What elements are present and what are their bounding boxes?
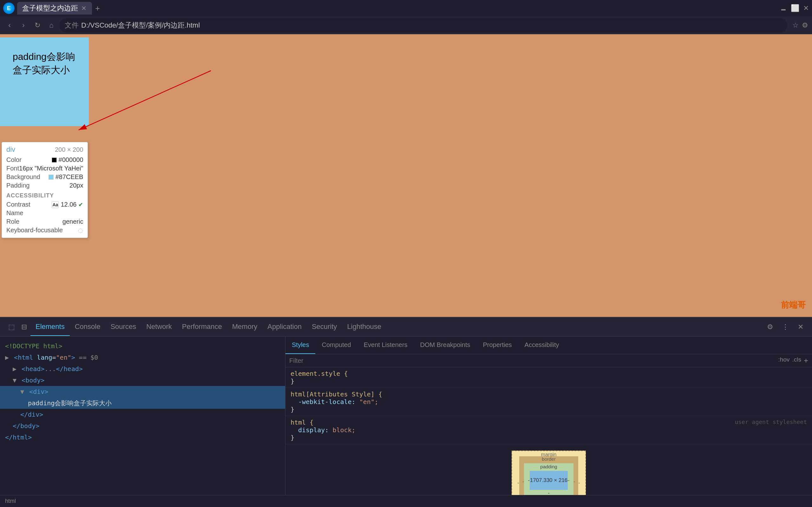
box-model-margin: margin - border - padding <box>512 451 586 495</box>
tab-close-button[interactable]: ✕ <box>81 5 87 11</box>
forward-button[interactable]: › <box>18 20 29 31</box>
dom-line-head[interactable]: ▶ <head>...</head> <box>0 363 285 375</box>
dom-line-div-text[interactable]: padding会影响盒子实际大小 <box>0 397 285 409</box>
styles-tab-dom-breakpoints[interactable]: DOM Breakpoints <box>414 337 477 354</box>
devtools-toolbar: ⬚ ⊟ Elements Console Sources Network Per… <box>0 318 812 337</box>
tooltip-font-label: Font <box>6 165 19 172</box>
padding-label: padding <box>540 464 557 469</box>
box-model-content: 1707.330 × 216 <box>530 471 568 490</box>
styles-body: :hov .cls + element.style { } html[Attri… <box>286 354 812 495</box>
address-scheme: 文件 <box>65 20 79 30</box>
bookmark-icon[interactable]: ☆ <box>792 21 799 30</box>
devtools-right-controls: ⚙ ⋮ ✕ <box>764 321 807 333</box>
tooltip-role-row: Role generic <box>6 217 83 226</box>
dom-line-div[interactable]: ▼ <div> <box>0 386 285 397</box>
styles-tab-styles[interactable]: Styles <box>286 337 315 354</box>
tab-elements[interactable]: Elements <box>31 318 70 336</box>
box-model-padding: padding - 1707.330 × 216 - <box>524 463 573 495</box>
tooltip-role-label: Role <box>6 218 19 225</box>
css-source: user agent stylesheet <box>734 418 807 425</box>
box-model-border: border - padding - 1 <box>519 456 578 495</box>
reload-button[interactable]: ↻ <box>32 20 43 31</box>
dom-line-html-close[interactable]: </html> <box>0 432 285 443</box>
nav-icons: ☆ ⚙ <box>792 21 808 30</box>
tab-performance[interactable]: Performance <box>177 318 227 336</box>
tooltip-padding-value: 20px <box>69 182 83 189</box>
styles-tab-event-listeners[interactable]: Event Listeners <box>357 337 414 354</box>
device-toolbar-button[interactable]: ⊟ <box>18 321 31 333</box>
tooltip-background-label: Background <box>6 173 40 181</box>
tab-memory[interactable]: Memory <box>227 318 262 336</box>
devtools-close-button[interactable]: ✕ <box>794 321 807 333</box>
tooltip-font-row: Font 16px "Microsoft YaHei" <box>6 164 83 173</box>
maximize-button[interactable]: ⬜ <box>791 4 799 12</box>
hover-filter[interactable]: :hov <box>778 356 790 365</box>
tab-label: 盒子模型之内边距 <box>22 3 78 13</box>
devtools-more-button[interactable]: ⋮ <box>779 321 792 333</box>
styles-tab-computed[interactable]: Computed <box>315 337 357 354</box>
filter-controls: :hov .cls + <box>778 356 808 365</box>
address-path: D:/VSCode/盒子模型/案例/内边距.html <box>81 20 200 30</box>
tooltip-color-row: Color #000000 <box>6 156 83 164</box>
cls-filter[interactable]: .cls <box>792 356 801 365</box>
background-color-swatch <box>49 175 54 180</box>
check-icon: ✔ <box>78 201 83 208</box>
titlebar-controls: 🗕 ⬜ ✕ <box>780 4 809 12</box>
add-rule-button[interactable]: + <box>804 356 808 365</box>
border-label: border <box>542 456 555 462</box>
color-swatch <box>52 158 57 163</box>
tooltip-size: 200 × 200 <box>55 146 84 153</box>
address-bar[interactable]: 文件 D:/VSCode/盒子模型/案例/内边距.html <box>60 18 787 33</box>
tooltip-keyboard-label: Keyboard-focusable <box>6 227 63 234</box>
dom-line-html[interactable]: ▶ <html lang="en"> == $0 <box>0 352 285 363</box>
page-content: padding会影响盒子实际大小 div 200 × 200 Color #00… <box>0 34 812 317</box>
tooltip-font-value: 16px "Microsoft YaHei" <box>19 165 83 172</box>
filter-input[interactable] <box>289 357 776 364</box>
tooltip-name-label: Name <box>6 210 23 217</box>
tab-application[interactable]: Application <box>262 318 307 336</box>
tooltip-background-row: Background #87CEEB <box>6 173 83 181</box>
minimize-button[interactable]: 🗕 <box>780 4 787 12</box>
tab-sources[interactable]: Sources <box>105 318 141 336</box>
tooltip-padding-label: Padding <box>6 182 30 189</box>
svg-line-1 <box>79 71 211 130</box>
dom-line-div-close[interactable]: </div> <box>0 409 285 420</box>
devtools-body: <!DOCTYPE html> ▶ <html lang="en"> == $0… <box>0 337 812 495</box>
styles-tab-properties[interactable]: Properties <box>476 337 518 354</box>
element-tooltip: div 200 × 200 Color #000000 Font 16px "M… <box>2 142 88 238</box>
tab-network[interactable]: Network <box>141 318 177 336</box>
dom-line-body-close[interactable]: </body> <box>0 420 285 432</box>
tab-security[interactable]: Security <box>307 318 342 336</box>
browser-logo: E <box>3 3 14 14</box>
settings-icon[interactable]: ⚙ <box>802 21 808 30</box>
styles-panel: Styles Computed Event Listeners DOM Brea… <box>286 337 812 495</box>
browser-tab-active[interactable]: 盒子模型之内边距 ✕ <box>17 2 92 14</box>
tooltip-padding-row: Padding 20px <box>6 181 83 190</box>
browser-frame: E 盒子模型之内边距 ✕ + 🗕 ⬜ ✕ ‹ › ↻ ⌂ 文件 D:/VSCod… <box>0 0 812 507</box>
tooltip-contrast-value: Aa 12.06 ✔ <box>52 201 83 208</box>
tooltip-contrast-label: Contrast <box>6 201 31 208</box>
tooltip-name-row: Name <box>6 209 83 217</box>
close-button[interactable]: ✕ <box>803 4 809 12</box>
css-rule-html-attributes: html[Attributes Style] { -webkit-locale:… <box>286 388 812 416</box>
styles-tab-accessibility[interactable]: Accessibility <box>518 337 565 354</box>
tab-lighthouse[interactable]: Lighthouse <box>342 318 386 336</box>
inspect-element-button[interactable]: ⬚ <box>5 321 18 333</box>
content-dimensions: 1707.330 × 216 <box>530 477 568 484</box>
title-bar: E 盒子模型之内边距 ✕ + 🗕 ⬜ ✕ <box>0 0 812 16</box>
new-tab-button[interactable]: + <box>92 3 103 13</box>
tooltip-background-value: #87CEEB <box>49 173 84 181</box>
dom-line-doctype[interactable]: <!DOCTYPE html> <box>0 340 285 352</box>
tooltip-color-label: Color <box>6 156 21 164</box>
circle-icon: ◌ <box>78 227 83 234</box>
dom-line-body[interactable]: ▼ <body> <box>0 375 285 386</box>
tab-bar: 盒子模型之内边距 ✕ + <box>17 0 103 16</box>
css-rule-html: html { user agent stylesheet display: bl… <box>286 416 812 444</box>
back-button[interactable]: ‹ <box>4 20 15 31</box>
box-model-container: margin - border - padding <box>286 444 812 495</box>
contrast-icon: Aa <box>52 201 59 208</box>
tab-console[interactable]: Console <box>70 318 106 336</box>
nav-bar: ‹ › ↻ ⌂ 文件 D:/VSCode/盒子模型/案例/内边距.html ☆ … <box>0 16 812 34</box>
devtools-settings-button[interactable]: ⚙ <box>764 321 776 333</box>
home-button[interactable]: ⌂ <box>46 20 57 31</box>
